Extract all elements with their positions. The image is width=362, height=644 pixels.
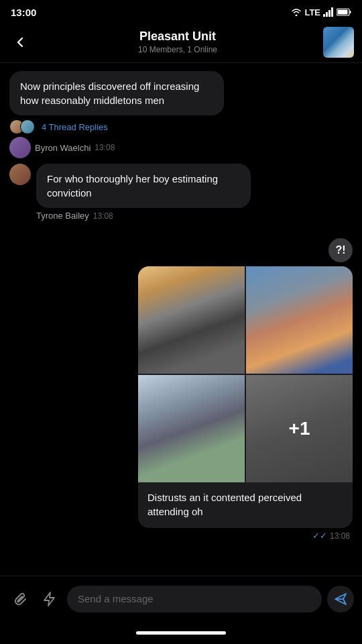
- svg-rect-1: [326, 12, 328, 17]
- status-time: 13:00: [11, 7, 36, 18]
- back-icon: [12, 34, 28, 50]
- image-cell-3: [138, 375, 245, 482]
- image-grid: +1: [138, 266, 353, 482]
- message-2-time: 13:08: [93, 211, 113, 221]
- home-indicator: [0, 621, 362, 644]
- send-icon: [334, 593, 347, 605]
- message-1-sender-row: Byron Waelchi 13:08: [9, 137, 115, 158]
- thread-replies-row[interactable]: 4 Thread Replies: [9, 119, 108, 134]
- lightning-icon: [44, 592, 56, 606]
- message-1-time: 13:08: [95, 143, 115, 152]
- battery-icon: [337, 8, 351, 16]
- chat-subtitle: 10 Members, 1 Online: [32, 45, 323, 54]
- attachment-button[interactable]: [8, 587, 32, 611]
- back-button[interactable]: [8, 30, 32, 54]
- signal-icon: [323, 7, 334, 17]
- message-1: Now principles discovered off increasing…: [9, 71, 353, 161]
- svg-rect-0: [323, 14, 325, 17]
- svg-rect-6: [338, 10, 348, 15]
- question-mark-bubble[interactable]: ?!: [328, 238, 353, 262]
- message-1-sender: Byron Waelchi: [35, 143, 90, 153]
- image-caption: Distrusts an it contented perceived atte…: [138, 482, 353, 528]
- status-icons: LTE: [291, 7, 351, 17]
- message-2-avatar: [9, 164, 31, 185]
- message-2-text: For who thoroughly her boy estimating co…: [47, 173, 218, 199]
- thread-avatar-2: [20, 119, 35, 134]
- message-3: ?! +1 Distrusts an it contented perceive…: [9, 238, 353, 541]
- svg-rect-3: [331, 7, 333, 17]
- image-cell-2: [246, 266, 353, 374]
- messages-list: Now principles discovered off increasing…: [0, 63, 362, 576]
- header-center: Pleasant Unit 10 Members, 1 Online: [32, 30, 323, 54]
- message-2-sender: Tyrone Bailey: [36, 211, 89, 221]
- image-card[interactable]: +1 Distrusts an it contented perceived a…: [138, 266, 353, 528]
- read-receipt-icon: ✓✓: [312, 531, 327, 541]
- chat-title: Pleasant Unit: [32, 30, 323, 44]
- message-2: For who thoroughly her boy estimating co…: [9, 164, 353, 223]
- extra-images-count: +1: [289, 418, 310, 439]
- outgoing-meta: ✓✓ 13:08: [312, 531, 353, 541]
- image-cell-1: [138, 266, 245, 374]
- message-3-time: 13:08: [330, 531, 350, 541]
- home-bar: [136, 631, 226, 635]
- svg-rect-5: [350, 11, 351, 13]
- group-avatar-image: [323, 27, 354, 58]
- wifi-icon: [291, 8, 302, 16]
- message-2-bubble: For who thoroughly her boy estimating co…: [36, 164, 251, 208]
- message-2-wrapper: For who thoroughly her boy estimating co…: [9, 164, 353, 225]
- thread-avatars: [9, 119, 31, 134]
- network-label: LTE: [304, 7, 320, 17]
- message-2-sender-row: Tyrone Bailey 13:08: [36, 211, 251, 221]
- image-cell-4-overlay: +1: [246, 375, 353, 482]
- input-bar: [0, 576, 362, 621]
- chat-header: Pleasant Unit 10 Members, 1 Online: [0, 21, 362, 63]
- send-button[interactable]: [327, 586, 354, 612]
- paperclip-icon: [13, 592, 27, 606]
- group-avatar[interactable]: [323, 27, 354, 58]
- message-1-text: Now principles discovered off increasing…: [20, 80, 199, 106]
- message-1-bubble: Now principles discovered off increasing…: [9, 71, 224, 115]
- message-input[interactable]: [67, 586, 322, 612]
- thread-replies-label[interactable]: 4 Thread Replies: [42, 122, 108, 132]
- svg-rect-2: [328, 10, 330, 17]
- status-bar: 13:00 LTE: [0, 0, 362, 21]
- message-1-avatar: [9, 137, 31, 158]
- lightning-button[interactable]: [38, 587, 62, 611]
